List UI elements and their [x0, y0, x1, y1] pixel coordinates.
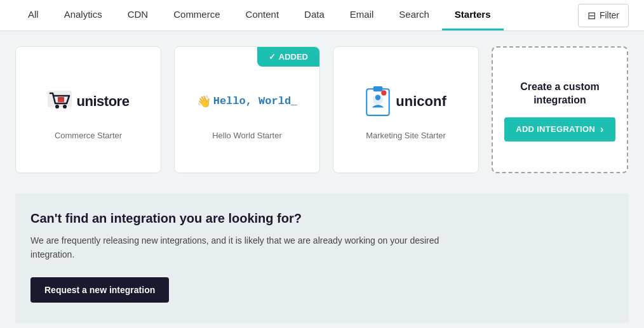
- added-label: ADDED: [279, 52, 308, 62]
- svg-point-9: [381, 90, 386, 95]
- bottom-section: Can't find an integration you are lookin…: [15, 194, 629, 323]
- filter-button[interactable]: ⊟ Filter: [578, 4, 629, 27]
- hello-world-logo: 👋 Hello, World_: [197, 82, 298, 121]
- unistore-card[interactable]: unistore Commerce Starter: [15, 46, 161, 173]
- cart-icon: [48, 91, 72, 112]
- add-integration-button[interactable]: ADD INTEGRATION ›: [504, 117, 615, 141]
- custom-integration-title: Create a custom integration: [503, 81, 617, 107]
- filter-label: Filter: [600, 10, 619, 20]
- main-content: unistore Commerce Starter ✓ ADDED 👋 Hell…: [0, 31, 644, 328]
- hello-world-text: Hello, World_: [213, 95, 298, 107]
- svg-point-2: [63, 105, 67, 108]
- tab-email[interactable]: Email: [337, 0, 387, 30]
- hello-world-card-label: Hello World Starter: [212, 131, 282, 140]
- tab-search[interactable]: Search: [386, 0, 442, 30]
- hello-world-card[interactable]: ✓ ADDED 👋 Hello, World_ Hello World Star…: [174, 46, 320, 173]
- wave-hand-icon: 👋: [197, 95, 211, 108]
- filter-icon: ⊟: [587, 10, 596, 22]
- cards-row: unistore Commerce Starter ✓ ADDED 👋 Hell…: [15, 46, 629, 173]
- tab-all[interactable]: All: [15, 0, 51, 30]
- unistore-text: unistore: [77, 93, 130, 110]
- uniconference-card[interactable]: uniconf Marketing Site Starter: [333, 46, 479, 173]
- tab-cdn[interactable]: CDN: [115, 0, 161, 30]
- added-badge: ✓ ADDED: [257, 47, 319, 67]
- svg-point-8: [375, 95, 380, 100]
- tab-content[interactable]: Content: [233, 0, 292, 30]
- svg-point-1: [55, 105, 59, 108]
- tab-starters[interactable]: Starters: [442, 0, 504, 30]
- checkmark-icon: ✓: [269, 52, 276, 62]
- arrow-right-icon: ›: [600, 124, 604, 135]
- add-integration-label: ADD INTEGRATION: [516, 124, 595, 134]
- unistore-card-label: Commerce Starter: [55, 131, 122, 140]
- bottom-description: We are frequently releasing new integrat…: [30, 233, 462, 262]
- tab-data[interactable]: Data: [292, 0, 337, 30]
- uniconference-card-label: Marketing Site Starter: [366, 131, 446, 140]
- nav-tabs: All Analytics CDN Commerce Content Data …: [0, 0, 644, 31]
- request-integration-button[interactable]: Request a new integration: [30, 277, 169, 303]
- svg-rect-6: [373, 86, 383, 91]
- svg-rect-4: [58, 97, 64, 100]
- uniconference-logo: uniconf: [365, 82, 446, 121]
- unistore-logo: unistore: [48, 82, 130, 121]
- tab-analytics[interactable]: Analytics: [51, 0, 115, 30]
- uniconference-icon: [365, 86, 391, 117]
- custom-integration-card: Create a custom integration ADD INTEGRAT…: [492, 46, 628, 173]
- bottom-title: Can't find an integration you are lookin…: [30, 211, 614, 226]
- uniconference-text: uniconf: [396, 93, 446, 110]
- tab-commerce[interactable]: Commerce: [161, 0, 232, 30]
